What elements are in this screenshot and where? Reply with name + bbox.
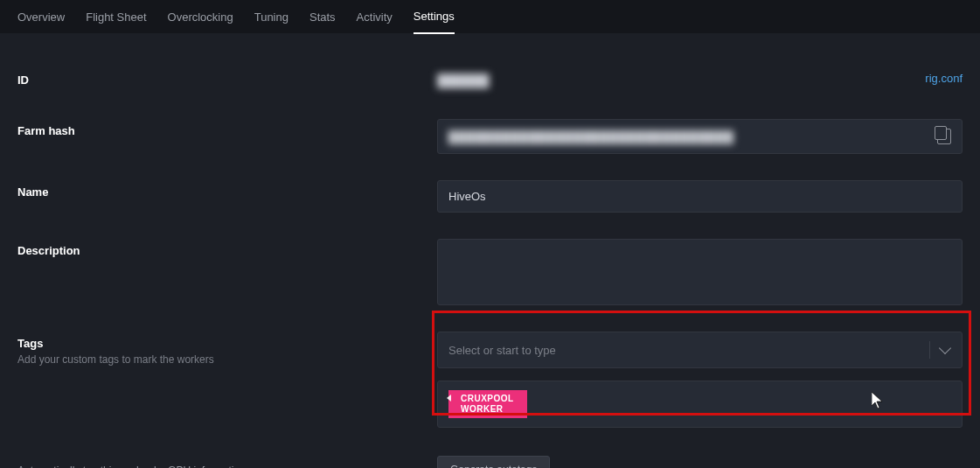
tab-stats[interactable]: Stats <box>309 0 336 33</box>
tab-settings[interactable]: Settings <box>414 1 455 34</box>
id-value: ██████ <box>437 68 963 93</box>
description-label: Description <box>17 244 437 257</box>
tags-placeholder: Select or start to type <box>448 344 556 357</box>
tags-label: Tags <box>17 337 437 350</box>
id-label: ID <box>17 73 437 87</box>
tags-dropdown-toggle[interactable] <box>929 341 951 359</box>
autotags-label: Automatically tag this worker by GPU inf… <box>17 465 437 468</box>
name-input[interactable]: HiveOs <box>437 180 963 213</box>
farmhash-value: ████████████████████████████████ <box>448 130 734 143</box>
description-input[interactable] <box>437 239 963 305</box>
tags-sublabel: Add your custom tags to mark the workers <box>17 353 437 366</box>
tabs-bar: Overview Flight Sheet Overclocking Tunin… <box>0 0 980 33</box>
tab-overclocking[interactable]: Overclocking <box>168 0 233 33</box>
copy-icon[interactable] <box>937 129 951 144</box>
tab-flight-sheet[interactable]: Flight Sheet <box>86 0 146 33</box>
applied-tags-area: CRUXPOOL WORKER <box>437 381 963 428</box>
name-value: HiveOs <box>448 190 486 203</box>
farmhash-field[interactable]: ████████████████████████████████ <box>437 119 963 154</box>
name-label: Name <box>17 185 437 199</box>
settings-panel: ID ██████ rig.conf Farm hash ███████████… <box>0 33 980 468</box>
tab-overview[interactable]: Overview <box>17 0 65 33</box>
tab-activity[interactable]: Activity <box>357 0 393 33</box>
tags-select[interactable]: Select or start to type <box>437 332 963 368</box>
tab-tuning[interactable]: Tuning <box>254 0 288 33</box>
generate-autotags-button[interactable]: Generate autotags <box>437 456 550 468</box>
tag-cruxpool-worker[interactable]: CRUXPOOL WORKER <box>448 390 527 418</box>
chevron-down-icon <box>939 342 951 354</box>
rigconf-link[interactable]: rig.conf <box>925 72 963 85</box>
farmhash-label: Farm hash <box>17 124 437 137</box>
